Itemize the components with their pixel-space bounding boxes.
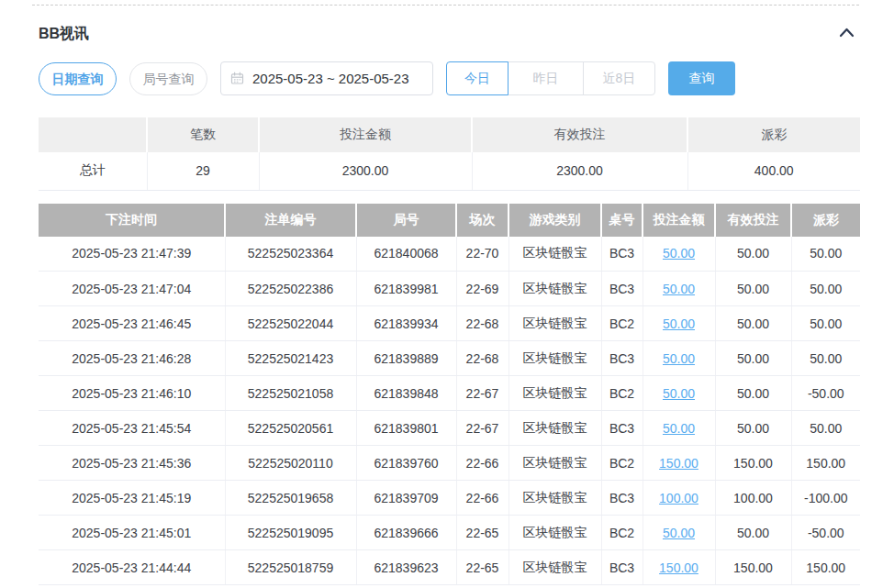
search-button[interactable]: 查询 bbox=[668, 61, 735, 95]
cell-game-type: 区块链骰宝 bbox=[508, 306, 601, 341]
cell-valid-bet: 50.00 bbox=[715, 411, 791, 446]
cell-table-no: BC2 bbox=[601, 376, 643, 411]
bet-amount-link[interactable]: 150.00 bbox=[659, 456, 698, 471]
cell-payout: 50.00 bbox=[791, 341, 860, 376]
cell-table-no: BC2 bbox=[601, 446, 643, 481]
cell-bet-time: 2025-05-23 21:45:54 bbox=[39, 411, 225, 446]
summary-header-valid-bet: 有效投注 bbox=[472, 117, 687, 152]
chevron-up-icon bbox=[839, 27, 855, 40]
cell-order-no: 522525022386 bbox=[225, 272, 356, 306]
bets-header-row: 下注时间 注单编号 局号 场次 游戏类别 桌号 投注金额 有效投注 派彩 bbox=[39, 204, 860, 237]
cell-game-type: 区块链骰宝 bbox=[508, 341, 601, 376]
cell-round-no: 621840068 bbox=[356, 237, 456, 272]
cell-bet-amount: 100.00 bbox=[643, 481, 715, 516]
cell-valid-bet: 150.00 bbox=[715, 446, 791, 481]
bet-amount-link[interactable]: 50.00 bbox=[663, 421, 695, 436]
table-row: 2025-05-23 21:47:04522525022386621839981… bbox=[39, 272, 860, 306]
cell-payout: 150.00 bbox=[791, 550, 860, 585]
summary-total-row: 总计 29 2300.00 2300.00 400.00 bbox=[39, 152, 860, 190]
cell-game-type: 区块链骰宝 bbox=[508, 237, 601, 272]
cell-order-no: 522525021423 bbox=[225, 341, 356, 376]
summary-header-bet-amount: 投注金额 bbox=[259, 117, 472, 152]
quick-range-yesterday-button[interactable]: 昨日 bbox=[508, 61, 584, 95]
summary-total-payout: 400.00 bbox=[687, 152, 860, 190]
table-row: 2025-05-23 21:46:28522525021423621839889… bbox=[39, 341, 860, 376]
bet-amount-link[interactable]: 100.00 bbox=[659, 491, 698, 505]
cell-bet-time: 2025-05-23 21:46:45 bbox=[39, 306, 225, 341]
cell-game-type: 区块链骰宝 bbox=[508, 376, 601, 411]
bet-amount-link[interactable]: 50.00 bbox=[663, 386, 695, 401]
cell-bet-time: 2025-05-23 21:47:04 bbox=[39, 272, 225, 306]
cell-payout: 50.00 bbox=[791, 272, 860, 306]
table-row: 2025-05-23 21:45:01522525019095621839666… bbox=[39, 516, 860, 550]
bets-header-session: 场次 bbox=[456, 204, 508, 237]
summary-total-count: 29 bbox=[147, 152, 259, 190]
cell-bet-time: 2025-05-23 21:45:01 bbox=[39, 516, 225, 550]
query-mode-date-button[interactable]: 日期查询 bbox=[39, 62, 117, 95]
cell-bet-amount: 50.00 bbox=[643, 516, 715, 550]
cell-table-no: BC3 bbox=[601, 272, 643, 306]
cell-bet-time: 2025-05-23 21:46:10 bbox=[39, 376, 225, 411]
cell-order-no: 522525020561 bbox=[225, 411, 356, 446]
cell-bet-amount: 50.00 bbox=[643, 341, 715, 376]
cell-payout: -50.00 bbox=[791, 516, 860, 550]
cell-session: 22-67 bbox=[456, 376, 508, 411]
cell-bet-time: 2025-05-23 21:44:44 bbox=[39, 550, 225, 585]
cell-payout: -100.00 bbox=[791, 481, 860, 516]
cell-payout: 50.00 bbox=[791, 237, 860, 272]
cell-bet-amount: 50.00 bbox=[643, 376, 715, 411]
bet-amount-link[interactable]: 50.00 bbox=[663, 351, 695, 366]
cell-bet-amount: 50.00 bbox=[643, 272, 715, 306]
bet-amount-link[interactable]: 50.00 bbox=[663, 282, 695, 296]
cell-game-type: 区块链骰宝 bbox=[508, 411, 601, 446]
cell-bet-amount: 150.00 bbox=[643, 550, 715, 585]
bets-header-bet-amount: 投注金额 bbox=[643, 204, 715, 237]
quick-range-today-button[interactable]: 今日 bbox=[446, 61, 508, 95]
cell-round-no: 621839934 bbox=[356, 306, 456, 341]
cell-session: 22-68 bbox=[456, 306, 508, 341]
cell-valid-bet: 50.00 bbox=[715, 272, 791, 306]
bets-header-order-no: 注单编号 bbox=[225, 204, 356, 237]
cell-session: 22-69 bbox=[456, 272, 508, 306]
date-range-input[interactable]: 2025-05-23 ~ 2025-05-23 bbox=[220, 61, 433, 95]
cell-valid-bet: 50.00 bbox=[715, 306, 791, 341]
cell-bet-amount: 50.00 bbox=[643, 411, 715, 446]
bets-header-bet-time: 下注时间 bbox=[39, 204, 225, 237]
cell-valid-bet: 50.00 bbox=[715, 237, 791, 272]
table-row: 2025-05-23 21:46:45522525022044621839934… bbox=[39, 306, 860, 341]
cell-round-no: 621839981 bbox=[356, 272, 456, 306]
summary-table: 笔数 投注金额 有效投注 派彩 总计 29 2300.00 2300.00 40… bbox=[39, 117, 860, 191]
cell-order-no: 522525020110 bbox=[225, 446, 356, 481]
bet-amount-link[interactable]: 50.00 bbox=[663, 316, 695, 331]
cell-valid-bet: 50.00 bbox=[715, 376, 791, 411]
cell-table-no: BC2 bbox=[601, 306, 643, 341]
bets-header-round-no: 局号 bbox=[356, 204, 456, 237]
cell-order-no: 522525021058 bbox=[225, 376, 356, 411]
bet-amount-link[interactable]: 50.00 bbox=[663, 246, 695, 261]
cell-bet-amount: 50.00 bbox=[643, 306, 715, 341]
calendar-icon bbox=[230, 72, 244, 85]
bets-header-table-no: 桌号 bbox=[601, 204, 643, 237]
bet-amount-link[interactable]: 150.00 bbox=[659, 560, 698, 575]
cell-table-no: BC3 bbox=[601, 341, 643, 376]
table-row: 2025-05-23 21:45:54522525020561621839801… bbox=[39, 411, 860, 446]
cell-valid-bet: 150.00 bbox=[715, 550, 791, 585]
bet-amount-link[interactable]: 50.00 bbox=[663, 526, 695, 540]
cell-payout: -50.00 bbox=[791, 376, 860, 411]
cell-payout: 50.00 bbox=[791, 306, 860, 341]
cell-session: 22-70 bbox=[456, 237, 508, 272]
cell-bet-time: 2025-05-23 21:45:19 bbox=[39, 481, 225, 516]
cell-session: 22-65 bbox=[456, 550, 508, 585]
collapse-panel-button[interactable] bbox=[837, 26, 855, 40]
cell-round-no: 621839623 bbox=[356, 550, 456, 585]
quick-range-last8days-button[interactable]: 近8日 bbox=[583, 61, 655, 95]
cell-round-no: 621839760 bbox=[356, 446, 456, 481]
cell-game-type: 区块链骰宝 bbox=[508, 446, 601, 481]
summary-header-count: 笔数 bbox=[147, 117, 259, 152]
summary-header-payout: 派彩 bbox=[687, 117, 860, 152]
bets-table-body: 2025-05-23 21:47:39522525023364621840068… bbox=[39, 237, 860, 585]
table-row: 2025-05-23 21:45:36522525020110621839760… bbox=[39, 446, 860, 481]
cell-session: 22-67 bbox=[456, 411, 508, 446]
query-mode-round-button[interactable]: 局号查询 bbox=[129, 62, 207, 95]
cell-table-no: BC3 bbox=[601, 550, 643, 585]
